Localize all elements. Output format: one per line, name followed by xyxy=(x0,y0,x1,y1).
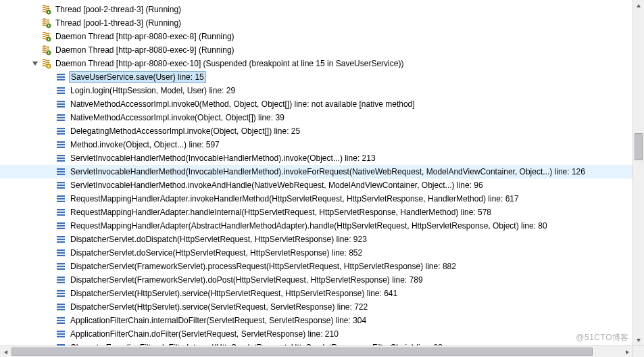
expand-twisty-icon[interactable] xyxy=(30,59,40,68)
svg-rect-6 xyxy=(49,66,49,68)
stack-frame-row[interactable]: DispatcherServlet.doService(HttpServletR… xyxy=(0,246,644,260)
svg-rect-65 xyxy=(57,333,65,335)
svg-rect-43 xyxy=(57,236,65,237)
scroll-up-arrow-icon[interactable] xyxy=(633,0,644,11)
scroll-right-arrow-icon[interactable] xyxy=(621,346,633,357)
svg-rect-50 xyxy=(57,266,65,267)
frame-icon xyxy=(55,261,66,272)
debug-thread-tree[interactable]: Thread [pool-2-thread-3] (Running) Threa… xyxy=(0,0,644,354)
stack-frame-row[interactable]: NativeMethodAccessorImpl.invoke0(Method,… xyxy=(0,97,644,111)
svg-rect-41 xyxy=(57,225,65,227)
svg-rect-66 xyxy=(57,336,65,337)
svg-rect-33 xyxy=(57,187,65,189)
svg-rect-30 xyxy=(57,174,65,175)
stack-frame-row[interactable]: Login.login(HttpSession, Model, User) li… xyxy=(0,84,644,97)
frame-icon xyxy=(55,329,66,339)
row-label: ApplicationFilterChain.internalDoFilter(… xyxy=(69,314,368,327)
thread-suspended-icon xyxy=(41,58,51,69)
frame-icon xyxy=(55,126,66,137)
stack-frame-row[interactable]: DispatcherServlet.doDispatch(HttpServlet… xyxy=(0,233,644,246)
svg-rect-56 xyxy=(57,293,65,294)
svg-rect-44 xyxy=(57,239,65,240)
svg-rect-63 xyxy=(57,323,65,324)
svg-rect-40 xyxy=(57,222,65,224)
horizontal-scrollbar[interactable] xyxy=(0,346,633,357)
svg-rect-7 xyxy=(57,74,65,75)
vertical-scroll-thumb[interactable] xyxy=(635,133,643,160)
stack-frame-row[interactable]: ServletInvocableHandlerMethod.invokeAndH… xyxy=(0,178,644,192)
svg-rect-35 xyxy=(57,198,65,199)
svg-rect-15 xyxy=(57,106,65,108)
stack-frame-row[interactable]: SaveUserService.save(User) line: 15 xyxy=(0,70,644,84)
row-label: RequestMappingHandlerAdapter.invokeHandl… xyxy=(69,192,520,206)
svg-rect-62 xyxy=(57,320,65,321)
svg-rect-14 xyxy=(57,103,65,105)
vertical-scrollbar[interactable] xyxy=(633,0,644,346)
stack-frame-row[interactable]: ApplicationFilterChain.doFilter(ServletR… xyxy=(0,327,644,341)
frame-icon xyxy=(55,153,66,164)
row-label: DispatcherServlet.doService(HttpServletR… xyxy=(69,246,364,260)
stack-frame-row[interactable]: RequestMappingHandlerAdapter.handleInter… xyxy=(0,206,644,219)
row-label: DispatcherServlet(HttpServlet).service(S… xyxy=(69,300,369,314)
frame-icon xyxy=(55,85,66,96)
svg-rect-57 xyxy=(57,295,65,297)
frame-icon xyxy=(55,302,66,312)
svg-rect-60 xyxy=(57,309,65,310)
row-label: ServletInvocableHandlerMethod(InvocableH… xyxy=(69,165,587,178)
frame-icon xyxy=(55,207,66,218)
thread-row[interactable]: Daemon Thread [http-apr-8080-exec-10] (S… xyxy=(0,57,644,70)
svg-rect-39 xyxy=(57,214,65,216)
thread-row[interactable]: Thread [pool-2-thread-3] (Running) xyxy=(0,3,644,16)
row-label: Daemon Thread [http-apr-8080-exec-9] (Ru… xyxy=(54,43,236,57)
stack-frame-row[interactable]: RequestMappingHandlerAdapter(AbstractHan… xyxy=(0,219,644,233)
svg-rect-55 xyxy=(57,290,65,291)
svg-rect-20 xyxy=(57,130,65,132)
svg-rect-37 xyxy=(57,209,65,210)
row-label: Thread [pool-1-thread-3] (Running) xyxy=(54,16,182,30)
row-label: DispatcherServlet(HttpServlet).service(H… xyxy=(69,287,399,300)
scrollbar-corner xyxy=(633,346,644,357)
svg-rect-26 xyxy=(57,158,65,159)
stack-frame-row[interactable]: Method.invoke(Object, Object...) line: 5… xyxy=(0,138,644,151)
stack-frame-row[interactable]: DelegatingMethodAccessorImpl.invoke(Obje… xyxy=(0,124,644,138)
svg-rect-21 xyxy=(57,133,65,135)
stack-frame-row[interactable]: DispatcherServlet(HttpServlet).service(H… xyxy=(0,287,644,300)
svg-rect-53 xyxy=(57,279,65,281)
svg-rect-46 xyxy=(57,249,65,251)
svg-rect-36 xyxy=(57,201,65,202)
stack-frame-row[interactable]: DispatcherServlet(FrameworkServlet).proc… xyxy=(0,260,644,273)
stack-frame-row[interactable]: ServletInvocableHandlerMethod(InvocableH… xyxy=(0,165,644,178)
row-label: DispatcherServlet(FrameworkServlet).doPo… xyxy=(69,273,424,287)
scroll-down-arrow-icon[interactable] xyxy=(633,334,644,346)
stack-frame-row[interactable]: DispatcherServlet(FrameworkServlet).doPo… xyxy=(0,273,644,287)
horizontal-scroll-thumb[interactable] xyxy=(11,348,593,356)
thread-icon xyxy=(41,45,51,55)
thread-row[interactable]: Daemon Thread [http-apr-8080-exec-8] (Ru… xyxy=(0,30,644,43)
svg-rect-47 xyxy=(57,252,65,254)
stack-frame-row[interactable]: RequestMappingHandlerAdapter.invokeHandl… xyxy=(0,192,644,206)
svg-rect-52 xyxy=(57,277,65,278)
svg-rect-13 xyxy=(57,101,65,102)
row-label: Daemon Thread [http-apr-8080-exec-8] (Ru… xyxy=(54,30,236,43)
row-label: Thread [pool-2-thread-3] (Running) xyxy=(54,3,182,16)
svg-rect-58 xyxy=(57,304,65,305)
thread-row[interactable]: Daemon Thread [http-apr-8080-exec-9] (Ru… xyxy=(0,43,644,57)
scroll-left-arrow-icon[interactable] xyxy=(0,346,11,357)
svg-rect-31 xyxy=(57,182,65,183)
stack-frame-row[interactable]: DispatcherServlet(HttpServlet).service(S… xyxy=(0,300,644,314)
svg-rect-5 xyxy=(48,66,49,68)
frame-icon xyxy=(55,112,66,123)
svg-rect-22 xyxy=(57,141,65,143)
svg-rect-45 xyxy=(57,241,65,243)
stack-frame-row[interactable]: NativeMethodAccessorImpl.invoke(Object, … xyxy=(0,111,644,124)
svg-rect-11 xyxy=(57,90,65,91)
stack-frame-row[interactable]: ApplicationFilterChain.internalDoFilter(… xyxy=(0,314,644,327)
thread-row[interactable]: Thread [pool-1-thread-3] (Running) xyxy=(0,16,644,30)
svg-rect-29 xyxy=(57,171,65,172)
row-label: SaveUserService.save(User) line: 15 xyxy=(69,71,206,83)
row-label: Daemon Thread [http-apr-8080-exec-10] (S… xyxy=(54,57,405,70)
stack-frame-row[interactable]: ServletInvocableHandlerMethod(InvocableH… xyxy=(0,151,644,165)
svg-rect-24 xyxy=(57,147,65,148)
svg-rect-28 xyxy=(57,168,65,170)
frame-icon xyxy=(55,275,66,285)
